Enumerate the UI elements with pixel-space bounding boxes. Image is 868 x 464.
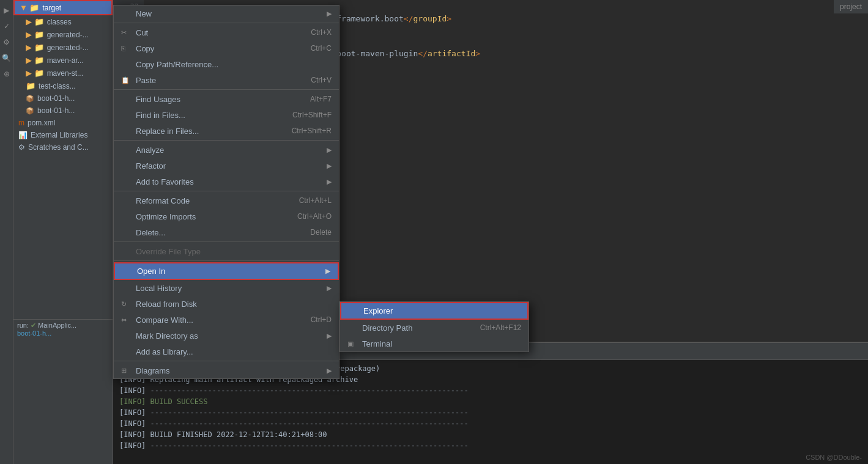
folder-icon: ▶ 📁 — [26, 56, 44, 65]
strip-icon-4[interactable]: 🔍 — [1, 53, 12, 64]
menu-item-diagrams[interactable]: ⊞ Diagrams ▶ — [114, 363, 339, 378]
sidebar: ▼ 📁 target ▶ 📁 classes ▶ 📁 generated-...… — [13, 0, 113, 464]
menu-item-new[interactable]: New ▶ — [114, 6, 339, 21]
folder-icon: ▶ 📁 — [26, 43, 44, 52]
menu-item-add-to-favorites[interactable]: Add to Favorites ▶ — [114, 174, 339, 190]
sidebar-item-boot1[interactable]: 📦 boot-01-h... — [13, 92, 113, 105]
separator — [114, 361, 339, 361]
terminal-icon: ▣ — [347, 340, 358, 348]
separator — [114, 23, 339, 23]
submenu-item-explorer[interactable]: Explorer — [340, 302, 529, 320]
sidebar-item-classes[interactable]: ▶ 📁 classes — [13, 15, 113, 28]
main-app-label: ✔ — [31, 322, 38, 329]
menu-item-paste[interactable]: 📋 Paste Ctrl+V — [114, 72, 339, 88]
terminal-line-7: [INFO] BUILD FINISHED 2022-12-12T21:40:2… — [119, 429, 862, 440]
arrow-icon: ▶ — [327, 284, 332, 292]
sidebar-item-test-classes[interactable]: 📁 test-class... — [13, 79, 113, 92]
strip-icon-3[interactable]: ⚙ — [1, 37, 12, 48]
run-label: run: ✔ MainApplic... — [17, 322, 109, 330]
sidebar-item-generated2[interactable]: ▶ 📁 generated-... — [13, 41, 113, 54]
strip-icon-5[interactable]: ⊕ — [1, 68, 12, 79]
terminal-line-5: [INFO] ---------------------------------… — [119, 407, 862, 418]
sidebar-item-external-libs[interactable]: 📊 External Libraries — [13, 129, 113, 141]
separator — [114, 89, 339, 90]
menu-item-copy-path[interactable]: Copy Path/Reference... — [114, 56, 339, 72]
arrow-icon: ▶ — [327, 367, 332, 375]
menu-item-find-usages[interactable]: Find Usages Alt+F7 — [114, 91, 339, 107]
menu-item-override-file-type: Override File Type — [114, 243, 339, 259]
sidebar-item-pom[interactable]: m pom.xml — [13, 117, 113, 129]
menu-item-compare-with[interactable]: ⇔ Compare With... Ctrl+D — [114, 312, 339, 328]
menu-item-local-history[interactable]: Local History ▶ — [114, 280, 339, 296]
diagrams-icon: ⊞ — [121, 367, 132, 375]
menu-item-find-in-files[interactable]: Find in Files... Ctrl+Shift+F — [114, 107, 339, 123]
jar-icon: 📦 — [26, 95, 34, 103]
menu-item-refactor[interactable]: Refactor ▶ — [114, 158, 339, 174]
folder-icon: ▼ 📁 — [20, 3, 39, 12]
separator — [114, 241, 339, 242]
left-icon-strip: ▶ ✓ ⚙ 🔍 ⊕ — [0, 0, 13, 464]
paste-icon: 📋 — [121, 76, 132, 84]
terminal-line-9 — [119, 451, 862, 462]
menu-item-add-as-library[interactable]: Add as Library... — [114, 344, 339, 359]
sidebar-item-maven-ar[interactable]: ▶ 📁 maven-ar... — [13, 54, 113, 67]
folder-icon: ▶ 📁 — [26, 68, 44, 78]
watermark: CSDN @DDouble- — [806, 454, 862, 461]
strip-icon-1[interactable]: ▶ — [1, 5, 12, 16]
compare-icon: ⇔ — [121, 316, 132, 324]
menu-item-mark-directory-as[interactable]: Mark Directory as ▶ — [114, 328, 339, 344]
sidebar-item-boot2[interactable]: 📦 boot-01-h... — [13, 105, 113, 117]
lib-icon: 📊 — [18, 131, 28, 139]
terminal-line-8: [INFO] ---------------------------------… — [119, 440, 862, 451]
menu-item-reload-from-disk[interactable]: ↻ Reload from Disk — [114, 296, 339, 312]
folder-icon: ▶ 📁 — [26, 30, 44, 39]
copy-icon: ⎘ — [121, 45, 132, 52]
sidebar-item-generated1[interactable]: ▶ 📁 generated-... — [13, 28, 113, 41]
jar-icon2: 📦 — [26, 107, 34, 115]
menu-item-replace-in-files[interactable]: Replace in Files... Ctrl+Shift+R — [114, 123, 339, 139]
separator — [114, 191, 339, 191]
folder-icon: ▶ 📁 — [26, 17, 44, 26]
sidebar-item-scratches[interactable]: ⚙ Scratches and C... — [13, 141, 113, 153]
sidebar-item-target[interactable]: ▼ 📁 target — [13, 0, 113, 15]
submenu-open-in: Explorer Directory Path Ctrl+Alt+F12 ▣ T… — [339, 301, 529, 352]
menu-item-open-in[interactable]: Open In ▶ — [114, 262, 339, 280]
menu-item-analyze[interactable]: Analyze ▶ — [114, 142, 339, 158]
menu-item-copy[interactable]: ⎘ Copy Ctrl+C — [114, 40, 339, 56]
boot-label: boot-01-h... — [17, 330, 109, 337]
separator — [114, 140, 339, 141]
sidebar-item-maven-st[interactable]: ▶ 📁 maven-st... — [13, 67, 113, 79]
menu-item-reformat-code[interactable]: Reformat Code Ctrl+Alt+L — [114, 193, 339, 208]
submenu-item-directory-path[interactable]: Directory Path Ctrl+Alt+F12 — [340, 320, 529, 336]
menu-item-optimize-imports[interactable]: Optimize Imports Ctrl+Alt+O — [114, 208, 339, 224]
pom-icon: m — [18, 119, 24, 127]
reload-icon: ↻ — [121, 300, 132, 308]
strip-icon-2[interactable]: ✓ — [1, 21, 12, 32]
submenu-item-terminal[interactable]: ▣ Terminal — [340, 336, 529, 352]
arrow-icon: ▶ — [327, 162, 332, 170]
arrow-icon: ▶ — [325, 267, 330, 275]
arrow-icon: ▶ — [327, 10, 332, 18]
arrow-icon: ▶ — [327, 332, 332, 340]
separator — [114, 260, 339, 261]
scratch-icon: ⚙ — [18, 143, 25, 152]
terminal-line-3: [INFO] ---------------------------------… — [119, 385, 862, 396]
arrow-icon: ▶ — [327, 146, 332, 154]
arrow-icon: ▶ — [327, 178, 332, 186]
cut-icon: ✂ — [121, 29, 132, 37]
context-menu: New ▶ ✂ Cut Ctrl+X ⎘ Copy Ctrl+C Copy Pa… — [113, 5, 339, 379]
breadcrumb: project — [834, 0, 868, 13]
terminal-line-6: [INFO] ---------------------------------… — [119, 418, 862, 429]
terminal-line-4: [INFO] BUILD SUCCESS — [119, 396, 862, 407]
menu-item-cut[interactable]: ✂ Cut Ctrl+X — [114, 24, 339, 40]
folder-icon: 📁 — [26, 81, 35, 90]
menu-item-delete[interactable]: Delete... Delete — [114, 224, 339, 240]
